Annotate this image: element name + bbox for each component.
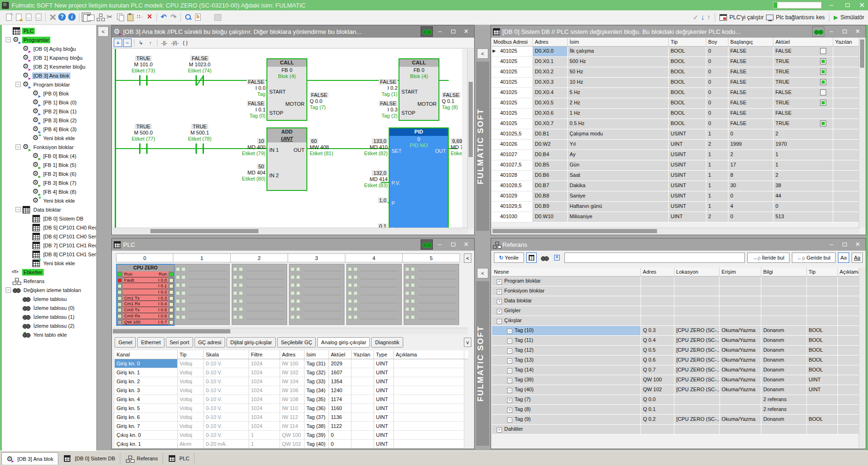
db-row[interactable]: 401028D0.B6SaatUSINT182: [492, 171, 860, 181]
empty-slot-card[interactable]: [346, 264, 402, 325]
add-block[interactable]: ADDUINTIN 1IN 2OUT: [266, 127, 307, 191]
refresh-button[interactable]: ↻ Yenile: [494, 253, 524, 263]
aktuel-checkbox[interactable]: [820, 48, 826, 54]
find-backward-button[interactable]: ←ρ Geride bul: [792, 253, 836, 263]
tree-item--fb-0-blok-4-[interactable]: [FB 0] Blok (4): [2, 151, 96, 160]
zoom-out-icon[interactable]: −: [123, 39, 132, 47]
db-row[interactable]: 401025D0.X0.45 HzBOOL0FALSEFALSE: [492, 88, 860, 98]
db-vscrollbar[interactable]: [859, 38, 865, 228]
add-window-icon[interactable]: [552, 253, 562, 263]
tree-item-yeni-blok-ekle[interactable]: Yeni blok ekle: [2, 196, 96, 205]
analog-row[interactable]: Giriş kn. 4Voltaj0-10 V.1024IW 108Tag (3…: [115, 395, 468, 404]
plc-tab-ethernet[interactable]: Ethernet: [137, 337, 164, 348]
db-row[interactable]: 401030D0.W10MilisaniyeUINT20513: [492, 212, 860, 222]
referans-row[interactable]: −Tag (39)QW 100[CPU ZERO (SC-...Okuma/Ya…: [492, 375, 859, 385]
row-expander[interactable]: +: [507, 398, 512, 403]
aktuel-checkbox[interactable]: [820, 100, 826, 106]
plc-hscrollbar[interactable]: [113, 328, 468, 334]
tree-item--pb-3-blok-2-[interactable]: [PB 3] Blok (2): [2, 116, 96, 125]
org-icon[interactable]: [203, 13, 212, 22]
plc-tab-dijital-giri-k-lar[interactable]: Dijital giriş-çıkışlar: [227, 337, 276, 348]
aktuel-checkbox[interactable]: [820, 120, 826, 126]
app-minimize-button[interactable]: –: [825, 0, 838, 10]
tree-item--db-8-cp101-ch1-send[interactable]: [DB 8] CP101 CH1 Send: [2, 250, 96, 259]
tree-item--fb-1-blok-5-[interactable]: [FB 1] Blok (5): [2, 160, 96, 169]
tree-expander[interactable]: −: [16, 144, 21, 150]
branch-up-icon[interactable]: ↑: [146, 39, 155, 47]
slot-collapse-button[interactable]: <: [464, 253, 471, 263]
tree-item--fb-2-blok-6-[interactable]: [FB 2] Blok (6): [2, 169, 96, 178]
app-maximize-button[interactable]: [841, 0, 854, 10]
referans-row[interactable]: −Tag (11)Q 0.4[CPU ZERO (SC-...Okuma/Yaz…: [492, 336, 859, 346]
copy-icon[interactable]: [116, 13, 125, 22]
db-row[interactable]: ▶401025D0.X0.0İlk çalışmaBOOL0FALSEFALSE: [492, 47, 860, 57]
analog-row[interactable]: Çıkış kn. 0Voltaj0-10 V.1QW 100Tag (39)0…: [115, 431, 468, 440]
referans-row[interactable]: −Tag (13)Q 0.6[CPU ZERO (SC-...Okuma/Yaz…: [492, 355, 859, 365]
export-icon[interactable]: [213, 13, 222, 22]
help-icon[interactable]: [58, 13, 67, 22]
analog-row[interactable]: Giriş kn. 0Voltaj0-10 V.1024IW 100Tag (3…: [115, 359, 468, 368]
call-block[interactable]: CALLFB 0Blok (4)STARTSTOPMOTOR: [399, 58, 439, 121]
row-expander[interactable]: −: [507, 368, 512, 373]
tree-item--fb-4-blok-8-[interactable]: [FB 4] Blok (8): [2, 187, 96, 196]
net-icon[interactable]: [96, 13, 105, 22]
referans-row[interactable]: −Tag (10)Q 0.3[CPU ZERO (SC-...Okuma/Yaz…: [492, 326, 859, 336]
download-to-plc-icon[interactable]: ↓: [701, 13, 704, 22]
cut-icon[interactable]: [106, 13, 115, 22]
tree-item-yeni-blok-ekle[interactable]: Yeni blok ekle: [2, 259, 96, 268]
ladder-canvas[interactable]: TRUEM 101.0Etiket (73)FALSEM 1023.0Etike…: [113, 49, 462, 229]
simulator-button[interactable]: Simülatör: [840, 14, 864, 21]
referans-minimize-button[interactable]: –: [825, 240, 837, 249]
tree-item--pb-1-blok-0-[interactable]: [PB 1] Blok (0): [2, 98, 96, 107]
strip-collapse-button-bottom[interactable]: <: [477, 268, 488, 278]
ladder-minimize-button[interactable]: –: [434, 27, 446, 36]
db-minimize-button[interactable]: –: [825, 27, 837, 36]
aktuel-checkbox[interactable]: [820, 69, 826, 75]
call-block[interactable]: CALLFB 0Blok (4)STARTSTOPMOTOR: [266, 58, 307, 121]
row-expander[interactable]: +: [497, 427, 502, 433]
search-input[interactable]: [564, 253, 745, 263]
row-expander[interactable]: +: [507, 408, 512, 413]
pid-block[interactable]: PID0PID NOSETP.V.PIOUT: [389, 127, 449, 229]
tree-item-de-i-ken-izleme-tablolar-[interactable]: −Değişken izleme tabloları: [2, 285, 96, 294]
tab-icon[interactable]: [86, 13, 95, 22]
whole-word-toggle[interactable]: Aa: [852, 253, 863, 263]
db-row[interactable]: 401025D0.X0.1500 HzBOOL0FALSETRUE: [492, 57, 860, 67]
tree-item--pb-2-blok-1-[interactable]: [PB 2] Blok (1): [2, 107, 96, 116]
tree-item--ob-2-kesmeler-blo-u[interactable]: [OB 2] Kesmeler bloğu: [2, 62, 96, 71]
no-contact[interactable]: [195, 143, 197, 154]
referans-row[interactable]: +Tag (8)Q 0.12 referans: [492, 405, 859, 415]
cpu-module-card[interactable]: CPU ZERORunRunFaultI 0.0I 0.1I 0.2Cm1 Tx…: [116, 264, 175, 326]
no-contact[interactable]: [139, 75, 141, 86]
referans-row[interactable]: −Tag (9)Q 0.2[CPU ZERO (SC-...Okuma/Yazm…: [492, 415, 859, 425]
tabs-overflow-button[interactable]: v: [464, 338, 471, 347]
tree-item-programlar[interactable]: −Programlar: [2, 35, 96, 44]
find-forward-button[interactable]: →ρ İleride bul: [747, 253, 790, 263]
tree-item--db-6-cp101-ch0-send[interactable]: [DB 6] CP101 CH0 Send: [2, 232, 96, 241]
referans-row[interactable]: +Data bloklar: [492, 296, 859, 306]
tree-item-etiketler[interactable]: Etiketler: [2, 268, 96, 276]
move-icon[interactable]: [135, 13, 144, 22]
validate-icon[interactable]: ✓: [693, 14, 698, 21]
ladder-hscrollbar[interactable]: [113, 228, 468, 234]
contact-closed-icon[interactable]: -|/|-: [170, 39, 180, 47]
save-all-icon[interactable]: [34, 13, 43, 22]
tree-item--db-5-cp101-ch0-receive[interactable]: [DB 5] CP101 CH0 Receive: [2, 223, 96, 232]
plc-close-button[interactable]: ✕: [460, 240, 472, 249]
ladder-maximize-button[interactable]: [447, 27, 459, 36]
db-maximize-button[interactable]: [838, 27, 851, 36]
db-row[interactable]: 401025D0.X0.250 HzBOOL0FALSETRUE: [492, 67, 860, 78]
db-row[interactable]: 401025D0.X0.61 HzBOOL0FALSEFALSE: [492, 109, 860, 119]
info-icon[interactable]: [68, 13, 77, 22]
tools-icon[interactable]: [48, 13, 57, 22]
tree-expander[interactable]: −: [6, 37, 11, 42]
db-row[interactable]: 401028,5D0.B7DakikaUSINT13038: [492, 181, 860, 191]
delete-icon[interactable]: [145, 13, 154, 22]
row-expander[interactable]: −: [507, 378, 512, 383]
analog-row[interactable]: Giriş kn. 5Voltaj0-10 V.1024IW 110Tag (3…: [115, 404, 468, 413]
aktuel-checkbox[interactable]: [820, 79, 826, 85]
taskbar-tab-referans[interactable]: Referans: [121, 452, 163, 465]
grid-view-toggle[interactable]: [526, 253, 537, 263]
row-expander[interactable]: −: [507, 348, 512, 354]
row-expander[interactable]: −: [507, 358, 512, 363]
